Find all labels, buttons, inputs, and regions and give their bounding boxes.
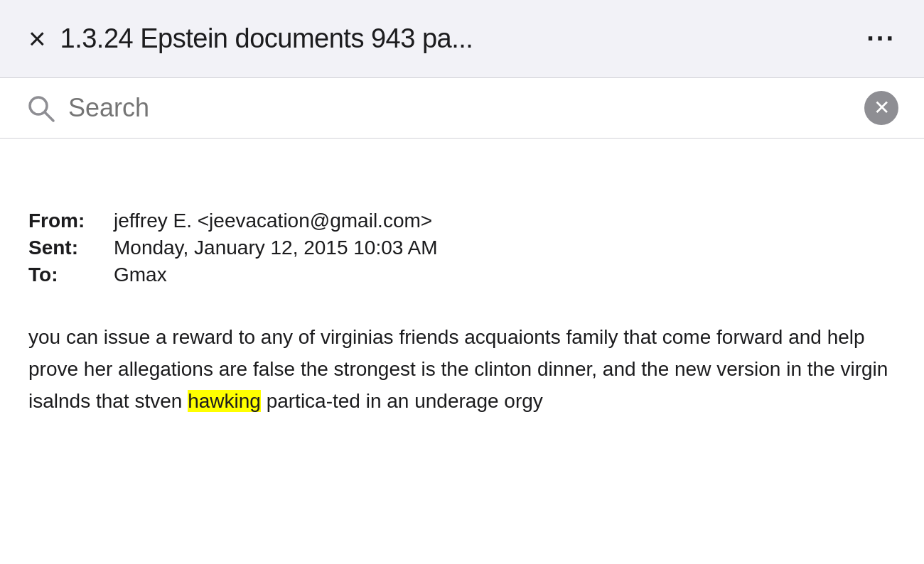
top-bar-left: × 1.3.24 Epstein documents 943 pa... xyxy=(28,23,473,54)
from-row: From: jeffrey E. <jeevacation@gmail.com> xyxy=(28,210,896,232)
svg-line-1 xyxy=(45,112,53,121)
from-label: From: xyxy=(28,210,114,232)
sent-label: Sent: xyxy=(28,237,114,259)
clear-search-button[interactable]: ✕ xyxy=(864,91,898,125)
search-bar: ✕ xyxy=(0,78,924,139)
close-button[interactable]: × xyxy=(28,24,46,54)
sent-value: Monday, January 12, 2015 10:03 AM xyxy=(114,237,438,259)
email-metadata: From: jeffrey E. <jeevacation@gmail.com>… xyxy=(28,210,896,286)
email-body: you can issue a reward to any of virgini… xyxy=(28,322,896,417)
to-row: To: Gmax xyxy=(28,264,896,286)
document-title: 1.3.24 Epstein documents 943 pa... xyxy=(60,23,473,54)
document-content: From: jeffrey E. <jeevacation@gmail.com>… xyxy=(0,139,924,445)
to-value: Gmax xyxy=(114,264,167,286)
top-bar: × 1.3.24 Epstein documents 943 pa... ··· xyxy=(0,0,924,78)
highlighted-word: hawking xyxy=(188,390,261,412)
from-value: jeffrey E. <jeevacation@gmail.com> xyxy=(114,210,432,232)
more-button[interactable]: ··· xyxy=(866,23,896,54)
clear-icon: ✕ xyxy=(874,98,890,118)
sent-row: Sent: Monday, January 12, 2015 10:03 AM xyxy=(28,237,896,259)
body-text-after-highlight: partica-ted in an underage orgy xyxy=(261,390,543,412)
search-input[interactable] xyxy=(68,93,852,123)
to-label: To: xyxy=(28,264,114,286)
search-icon xyxy=(26,93,55,123)
